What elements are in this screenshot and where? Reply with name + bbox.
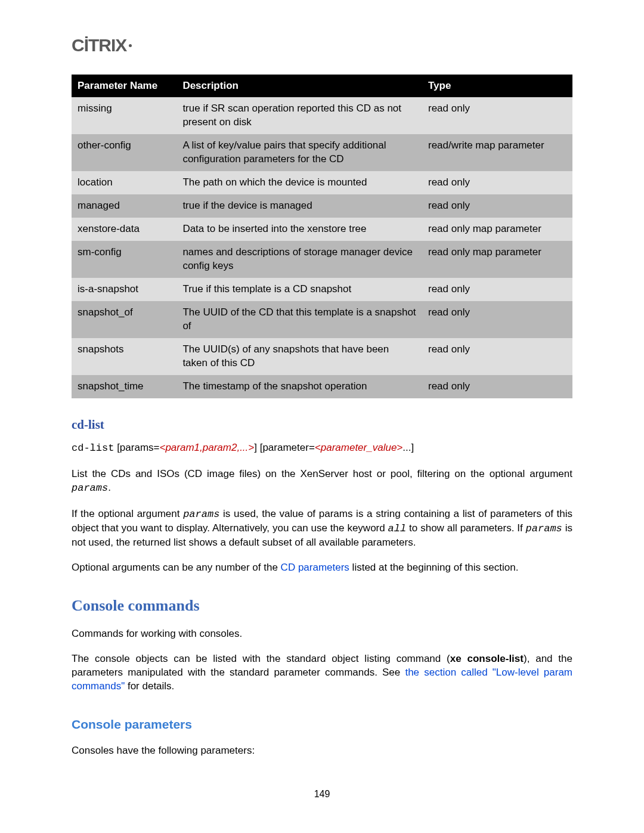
param-type-cell: read only (422, 301, 572, 338)
inline-code: params (183, 509, 219, 520)
body-text: List the CDs and ISOs (CD image files) o… (72, 468, 572, 479)
param-name-cell: managed (72, 194, 177, 218)
cd-list-heading: cd-list (72, 416, 572, 433)
bold-command: xe console-list (450, 653, 524, 664)
console-paragraph-1: Commands for working with consoles. (72, 627, 572, 641)
body-text: for details. (125, 680, 174, 692)
syntax-text: ] [parameter= (254, 442, 315, 453)
param-name-cell: xenstore-data (72, 218, 177, 241)
syntax-text: [params= (114, 442, 159, 453)
param-name-cell: missing (72, 97, 177, 134)
table-row: sm-config names and descriptions of stor… (72, 241, 572, 278)
table-row: snapshot_of The UUID of the CD that this… (72, 301, 572, 338)
body-text: listed at the beginning of this section. (349, 562, 519, 573)
page-number: 149 (72, 788, 572, 801)
table-row: location The path on which the device is… (72, 171, 572, 194)
param-name-cell: snapshot_of (72, 301, 177, 338)
body-text: Optional arguments can be any number of … (72, 562, 281, 573)
syntax-command: cd-list (72, 442, 114, 454)
param-name-cell: other-config (72, 134, 177, 171)
param-type-cell: read only map parameter (422, 218, 572, 241)
param-desc-cell: The path on which the device is mounted (177, 171, 422, 194)
param-type-cell: read only (422, 375, 572, 398)
table-row: is-a-snapshot True if this template is a… (72, 278, 572, 301)
table-row: snapshot_time The timestamp of the snaps… (72, 375, 572, 398)
cd-list-paragraph-3: Optional arguments can be any number of … (72, 561, 572, 575)
param-desc-cell: The UUID(s) of any snapshots that have b… (177, 338, 422, 375)
logo-dot-icon (129, 44, 132, 47)
param-name-cell: is-a-snapshot (72, 278, 177, 301)
syntax-placeholder: <param1,param2,...> (159, 442, 254, 453)
param-desc-cell: true if the device is managed (177, 194, 422, 218)
table-row: other-config A list of key/value pairs t… (72, 134, 572, 171)
param-desc-cell: True if this template is a CD snapshot (177, 278, 422, 301)
console-parameters-heading: Console parameters (72, 716, 572, 733)
cd-list-paragraph-1: List the CDs and ISOs (CD image files) o… (72, 467, 572, 496)
cd-parameters-link[interactable]: CD parameters (281, 562, 349, 573)
inline-code: params (526, 523, 562, 534)
cd-list-syntax: cd-list [params=<param1,param2,...>] [pa… (72, 441, 572, 456)
cd-list-paragraph-2: If the optional argument params is used,… (72, 507, 572, 550)
inline-code: params (72, 482, 108, 494)
console-parameters-intro: Consoles have the following parameters: (72, 744, 572, 758)
param-type-cell: read only (422, 97, 572, 134)
param-desc-cell: The UUID of the CD that this template is… (177, 301, 422, 338)
col-header-name: Parameter Name (72, 75, 177, 98)
console-paragraph-2: The console objects can be listed with t… (72, 652, 572, 693)
param-desc-cell: true if SR scan operation reported this … (177, 97, 422, 134)
param-desc-cell: Data to be inserted into the xenstore tr… (177, 218, 422, 241)
logo-text: CİTRIX (72, 35, 126, 55)
param-type-cell: read only (422, 171, 572, 194)
body-text: The console objects can be listed with t… (72, 653, 450, 664)
table-row: xenstore-data Data to be inserted into t… (72, 218, 572, 241)
table-row: snapshots The UUID(s) of any snapshots t… (72, 338, 572, 375)
param-type-cell: read/write map parameter (422, 134, 572, 171)
param-type-cell: read only (422, 338, 572, 375)
param-name-cell: sm-config (72, 241, 177, 278)
param-type-cell: read only (422, 278, 572, 301)
console-commands-heading: Console commands (72, 595, 572, 616)
citrix-logo: CİTRIX (72, 33, 572, 58)
body-text: to show all parameters. If (406, 522, 525, 534)
body-text: . (108, 482, 111, 493)
table-row: managed true if the device is managed re… (72, 194, 572, 218)
table-row: missing true if SR scan operation report… (72, 97, 572, 134)
parameter-table: Parameter Name Description Type missing … (72, 75, 572, 398)
param-name-cell: snapshots (72, 338, 177, 375)
col-header-description: Description (177, 75, 422, 98)
param-type-cell: read only map parameter (422, 241, 572, 278)
param-type-cell: read only (422, 194, 572, 218)
param-desc-cell: The timestamp of the snapshot operation (177, 375, 422, 398)
syntax-text: ...] (402, 442, 414, 453)
param-name-cell: snapshot_time (72, 375, 177, 398)
param-desc-cell: A list of key/value pairs that specify a… (177, 134, 422, 171)
col-header-type: Type (422, 75, 572, 98)
syntax-placeholder: <parameter_value> (315, 442, 402, 453)
param-desc-cell: names and descriptions of storage manage… (177, 241, 422, 278)
body-text: If the optional argument (72, 508, 183, 519)
inline-code: all (388, 523, 407, 534)
param-name-cell: location (72, 171, 177, 194)
table-header-row: Parameter Name Description Type (72, 75, 572, 98)
